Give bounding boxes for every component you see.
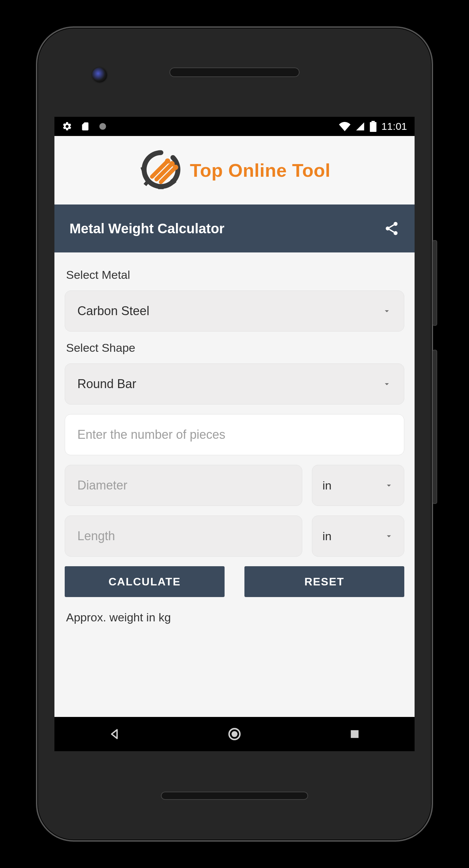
diameter-unit-value: in bbox=[322, 479, 331, 492]
android-navbar bbox=[54, 717, 415, 751]
shape-select[interactable]: Round Bar bbox=[65, 363, 404, 405]
phone-earpiece bbox=[169, 67, 300, 77]
title-bar: Metal Weight Calculator bbox=[54, 204, 415, 252]
status-right: 11:01 bbox=[339, 121, 407, 132]
shape-select-value: Round Bar bbox=[77, 377, 136, 391]
svg-rect-11 bbox=[158, 186, 164, 189]
nav-recents-button[interactable] bbox=[344, 724, 365, 744]
svg-rect-2 bbox=[371, 121, 375, 122]
reset-button[interactable]: RESET bbox=[244, 566, 404, 597]
metal-select[interactable]: Carbon Steel bbox=[65, 290, 404, 332]
svg-point-15 bbox=[394, 231, 398, 235]
square-recents-icon bbox=[349, 728, 360, 740]
brand-logo-icon bbox=[139, 147, 183, 193]
triangle-back-icon bbox=[108, 728, 121, 741]
pieces-input[interactable]: Enter the number of pieces bbox=[65, 414, 404, 455]
length-placeholder: Length bbox=[77, 529, 115, 543]
brand-name: Top Online Tool bbox=[190, 160, 330, 181]
battery-icon bbox=[370, 121, 377, 132]
phone-camera bbox=[92, 67, 107, 83]
svg-point-0 bbox=[99, 123, 106, 130]
diameter-placeholder: Diameter bbox=[77, 478, 127, 493]
circle-home-icon bbox=[227, 727, 242, 741]
diameter-unit-select[interactable]: in bbox=[312, 465, 404, 506]
status-left bbox=[62, 121, 107, 132]
diameter-input[interactable]: Diameter bbox=[65, 465, 302, 506]
svg-point-13 bbox=[394, 222, 398, 226]
phone-speaker bbox=[161, 792, 308, 800]
length-unit-value: in bbox=[322, 530, 331, 543]
share-button[interactable] bbox=[384, 221, 400, 236]
chevron-down-icon bbox=[384, 481, 394, 490]
length-input[interactable]: Length bbox=[65, 516, 302, 557]
length-unit-select[interactable]: in bbox=[312, 516, 404, 557]
share-icon bbox=[384, 221, 400, 236]
sd-card-icon bbox=[80, 122, 90, 131]
metal-select-value: Carbon Steel bbox=[77, 304, 149, 318]
cell-signal-icon bbox=[355, 122, 365, 131]
gear-icon bbox=[62, 121, 72, 132]
status-time: 11:01 bbox=[381, 121, 407, 132]
phone-frame: 11:01 bbox=[36, 26, 433, 842]
status-bar: 11:01 bbox=[54, 117, 415, 136]
screen: 11:01 bbox=[54, 117, 415, 751]
result-label: Approx. weight in kg bbox=[66, 611, 404, 624]
nav-back-button[interactable] bbox=[104, 724, 125, 744]
chevron-down-icon bbox=[384, 531, 394, 541]
pieces-placeholder: Enter the number of pieces bbox=[77, 427, 225, 442]
phone-side-button bbox=[432, 350, 437, 504]
phone-bottom-bezel bbox=[37, 751, 432, 840]
phone-top-bezel bbox=[37, 28, 432, 117]
phone-side-button bbox=[432, 240, 437, 326]
wifi-icon bbox=[339, 122, 351, 131]
nav-home-button[interactable] bbox=[224, 724, 245, 744]
svg-point-14 bbox=[386, 226, 390, 231]
svg-rect-1 bbox=[370, 122, 376, 132]
svg-point-8 bbox=[173, 165, 178, 170]
svg-rect-18 bbox=[351, 730, 358, 738]
calculate-button[interactable]: CALCULATE bbox=[65, 566, 225, 597]
metal-label: Select Metal bbox=[66, 268, 404, 282]
chevron-down-icon bbox=[382, 306, 392, 316]
page-title: Metal Weight Calculator bbox=[69, 221, 225, 236]
form: Select Metal Carbon Steel Select Shape R… bbox=[54, 252, 415, 624]
circle-icon bbox=[98, 122, 107, 131]
svg-point-17 bbox=[231, 731, 238, 737]
svg-point-6 bbox=[165, 159, 170, 164]
app-content: Top Online Tool Metal Weight Calculator … bbox=[54, 136, 415, 717]
brand-bar: Top Online Tool bbox=[54, 136, 415, 204]
shape-label: Select Shape bbox=[66, 341, 404, 355]
chevron-down-icon bbox=[382, 379, 392, 389]
